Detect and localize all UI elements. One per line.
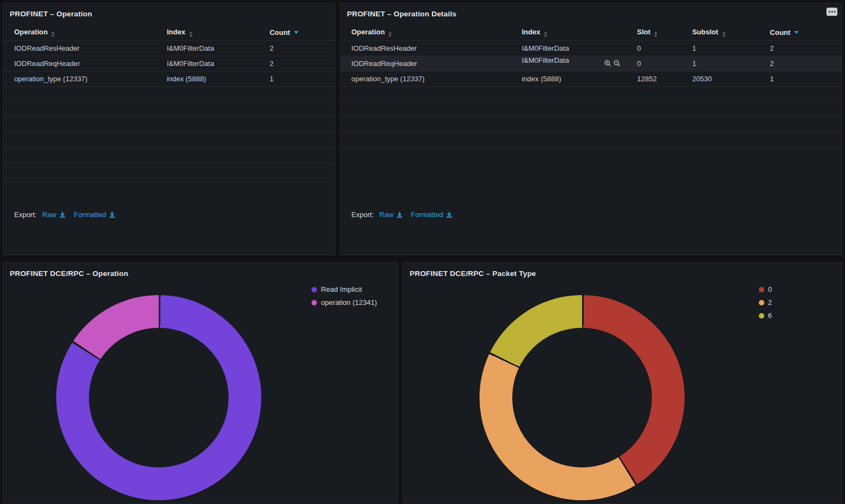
legend-color-dot — [759, 313, 764, 319]
operation-details-table: OperationIndexSlotSubslotCount IODReadRe… — [340, 25, 842, 148]
column-header-operation[interactable]: Operation — [3, 25, 156, 40]
table-cell: 0 — [626, 56, 681, 71]
donut-chart[interactable] — [480, 295, 685, 500]
magnify-minus-icon[interactable] — [613, 59, 621, 67]
column-label: Slot — [637, 28, 651, 36]
cell-value: 0 — [637, 59, 641, 68]
legend-color-dot — [759, 300, 764, 305]
column-label: Count — [770, 28, 790, 37]
cell-value: I&M0FilterData — [522, 56, 569, 64]
cell-value: I&M0FilterData — [167, 44, 214, 52]
cell-value: 2 — [269, 44, 273, 52]
table-row[interactable]: IODReadResHeaderI&M0FilterData2 — [3, 40, 335, 56]
panel-dcerpc-packet-type: PROFINET DCE/RPC – Packet Type 026 — [403, 262, 842, 504]
table-header-row: OperationIndexSlotSubslotCount — [340, 25, 842, 40]
legend-item[interactable]: Read Implicit — [311, 285, 377, 294]
table-cell: operation_type (12337) — [340, 71, 511, 86]
legend-label: Read Implicit — [321, 285, 362, 294]
cell-value: IODReadReqHeader — [14, 59, 80, 68]
column-label: Operation — [14, 28, 47, 36]
table-row[interactable]: operation_type (12337)index (5888)1 — [3, 71, 335, 86]
export-row: Export: Raw Formatted — [351, 211, 453, 219]
panel-options-icon[interactable] — [826, 8, 837, 16]
cell-value: 0 — [637, 44, 641, 52]
export-formatted-link[interactable]: Formatted — [74, 211, 116, 219]
column-header-count[interactable]: Count — [759, 25, 842, 40]
column-header-count[interactable]: Count — [259, 25, 335, 40]
table-cell: 2 — [259, 56, 335, 71]
table-cell: IODReadReqHeader — [340, 56, 511, 71]
legend-item[interactable]: 2 — [759, 298, 772, 307]
cell-value: 2 — [770, 59, 774, 68]
download-icon — [396, 211, 403, 218]
export-formatted-label: Formatted — [411, 211, 443, 219]
sort-icon — [388, 32, 392, 37]
column-label: Index — [522, 28, 540, 36]
cell-value: index (5888) — [167, 75, 206, 83]
table-cell: I&M0FilterData — [156, 56, 259, 71]
sort-desc-icon — [794, 31, 799, 34]
column-label: Operation — [351, 28, 385, 36]
cell-value: IODReadResHeader — [14, 44, 80, 52]
export-label: Export: — [351, 211, 374, 219]
download-icon — [109, 211, 116, 218]
cell-value: IODReadResHeader — [351, 44, 417, 52]
donut-chart[interactable] — [56, 295, 261, 500]
legend-item[interactable]: 0 — [759, 285, 772, 294]
export-formatted-link[interactable]: Formatted — [411, 211, 453, 219]
legend-color-dot — [759, 287, 764, 292]
sort-desc-icon — [294, 31, 298, 34]
panel-title[interactable]: PROFINET DCE/RPC – Operation — [3, 263, 398, 285]
table-empty-row — [3, 86, 335, 101]
column-label: Count — [269, 28, 290, 37]
export-row: Export: Raw Formatted — [14, 211, 116, 219]
legend-label: 6 — [768, 311, 772, 320]
legend-item[interactable]: 6 — [759, 311, 772, 320]
download-icon — [446, 211, 453, 218]
table-cell: index (5888) — [156, 71, 259, 86]
table-cell: IODReadResHeader — [3, 40, 156, 56]
cell-value: 1 — [269, 75, 273, 83]
export-raw-label: Raw — [379, 211, 393, 219]
column-header-subslot[interactable]: Subslot — [681, 25, 759, 40]
magnify-plus-icon[interactable] — [604, 59, 612, 67]
panel-title[interactable]: PROFINET – Operation Details — [340, 3, 842, 25]
table-empty-row — [3, 147, 335, 163]
panel-title[interactable]: PROFINET – Operation — [3, 3, 335, 25]
panel-title[interactable]: PROFINET DCE/RPC – Packet Type — [403, 263, 842, 285]
table-row[interactable]: IODReadResHeaderI&M0FilterData012 — [340, 40, 842, 56]
column-header-index[interactable]: Index — [511, 25, 626, 40]
table-row[interactable]: IODReadReqHeaderI&M0FilterData012 — [340, 56, 842, 71]
table-empty-row — [3, 132, 335, 147]
legend-color-dot — [311, 300, 317, 305]
table-empty-row — [3, 117, 335, 132]
table-empty-row — [340, 101, 842, 117]
table-empty-row — [340, 132, 842, 147]
export-raw-link[interactable]: Raw — [379, 211, 403, 219]
table-cell: 20530 — [681, 71, 759, 86]
cell-value: 1 — [692, 44, 696, 52]
column-header-operation[interactable]: Operation — [340, 25, 511, 40]
table-row[interactable]: operation_type (12337)index (5888)128522… — [340, 71, 842, 86]
table-cell: 2 — [259, 40, 335, 56]
export-raw-label: Raw — [42, 211, 56, 219]
column-label: Subslot — [692, 28, 718, 36]
table-cell: 0 — [626, 40, 681, 56]
table-cell: 1 — [681, 56, 759, 71]
chart-legend: 026 — [759, 285, 772, 320]
table-cell: 1 — [681, 40, 759, 56]
table-cell: 2 — [759, 56, 842, 71]
legend-item[interactable]: operation (12341) — [311, 298, 377, 307]
table-cell: index (5888) — [511, 71, 626, 86]
table-row[interactable]: IODReadReqHeaderI&M0FilterData2 — [3, 56, 335, 71]
chart-legend: Read Implicitoperation (12341) — [311, 285, 377, 307]
cell-value: I&M0FilterData — [522, 44, 569, 52]
sort-icon — [654, 32, 657, 37]
cell-value: 12852 — [637, 75, 657, 83]
export-raw-link[interactable]: Raw — [42, 211, 66, 219]
column-header-index[interactable]: Index — [156, 25, 259, 40]
cell-value: operation_type (12337) — [351, 75, 424, 83]
column-header-slot[interactable]: Slot — [626, 25, 681, 40]
table-cell: 1 — [259, 71, 335, 86]
table-empty-row — [340, 86, 842, 101]
